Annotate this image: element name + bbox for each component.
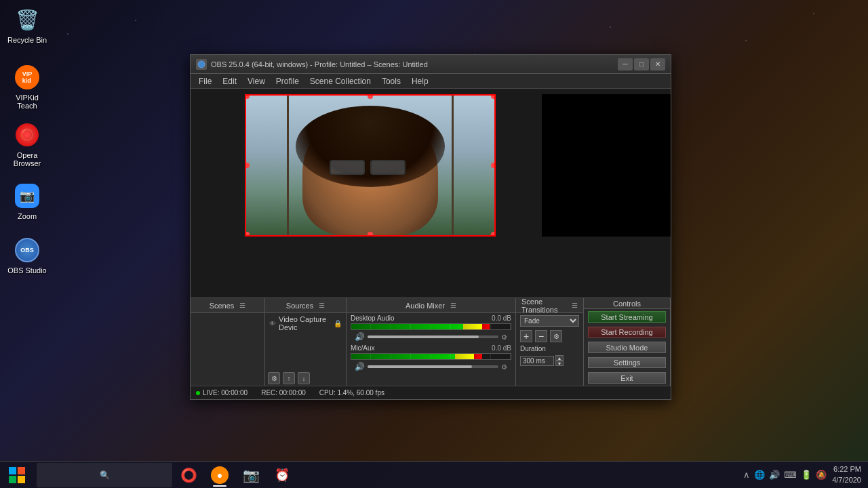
transition-add-btn[interactable]: + (520, 330, 532, 342)
desktop-icon-opera[interactable]: ⭕ Opera Browser (3, 119, 51, 170)
duration-input[interactable] (520, 356, 554, 366)
desktop-vol-fill (368, 336, 479, 338)
svg-rect-1 (9, 467, 16, 474)
taskbar-opera[interactable]: ⭕ (174, 463, 203, 487)
menu-profile[interactable]: Profile (271, 75, 304, 87)
scenes-menu-icon[interactable]: ☰ (239, 302, 245, 309)
handle-br[interactable] (491, 232, 496, 237)
live-indicator (196, 391, 200, 395)
start-streaming-button[interactable]: Start Streaming (588, 311, 666, 323)
spinner-buttons: ▲ ▼ (555, 355, 564, 366)
transitions-label: Scene Transitions (521, 298, 566, 314)
duration-down-btn[interactable]: ▼ (555, 361, 564, 366)
tray-volume[interactable]: 🔊 (769, 470, 780, 480)
duration-up-btn[interactable]: ▲ (555, 355, 564, 361)
sources-panel: Sources ☰ 👁 Video Capture Devic 🔒 ⚙ ↑ ↓ (265, 298, 347, 386)
taskbar-time[interactable]: ⏰ (267, 463, 297, 487)
tray-battery[interactable]: 🔋 (801, 470, 812, 480)
transition-remove-btn[interactable]: − (535, 330, 547, 342)
source-down-btn[interactable]: ↓ (298, 372, 310, 384)
desktop-audio-bar (351, 324, 511, 329)
desktop-vol-icon[interactable]: 🔊 (355, 332, 365, 342)
handle-mr[interactable] (491, 163, 496, 168)
source-up-btn[interactable]: ↑ (283, 372, 295, 384)
sources-menu-icon[interactable]: ☰ (319, 302, 325, 309)
desktop-icon-obs[interactable]: OBS OBS Studio (3, 234, 51, 277)
taskbar-start[interactable] (0, 462, 34, 489)
opera-label: Opera Browser (6, 151, 48, 167)
taskbar-search[interactable]: 🔍 (37, 463, 172, 487)
scene-transitions-panel: Scene Transitions ☰ Fade + − ⚙ Duration (516, 298, 584, 386)
controls-label: Controls (613, 300, 641, 308)
menu-view[interactable]: View (242, 75, 271, 87)
mic-aux-channel: Mic/Aux 0.0 dB (347, 343, 515, 373)
desktop-icon-zoom[interactable]: 📷 Zoom (3, 180, 51, 223)
status-bar: LIVE: 00:00:00 REC: 00:00:00 CPU: 1.4%, … (191, 386, 671, 399)
camera-feed[interactable] (245, 94, 496, 237)
handle-bm[interactable] (368, 232, 373, 237)
desktop-audio-channel: Desktop Audio 0.0 dB (347, 313, 515, 343)
menu-file[interactable]: File (193, 75, 217, 87)
title-bar: OBS 25.0.4 (64-bit, windows) - Profile: … (191, 55, 671, 74)
transitions-menu-icon[interactable]: ☰ (572, 302, 578, 309)
settings-button[interactable]: Settings (588, 357, 666, 369)
menu-tools[interactable]: Tools (376, 75, 406, 87)
tray-network[interactable]: 🌐 (754, 470, 765, 480)
tray-mute[interactable]: 🔕 (816, 470, 827, 480)
svg-rect-4 (18, 476, 25, 483)
desktop-meter-red (482, 324, 490, 329)
vipkid-label: VIPKid Teach (6, 94, 48, 110)
desktop-audio-name: Desktop Audio (351, 314, 395, 322)
opera-icon: ⭕ (14, 121, 41, 148)
desktop-vol-slider[interactable] (368, 336, 498, 338)
start-recording-button[interactable]: Start Recording (588, 327, 666, 338)
mic-vol-fill (368, 365, 472, 368)
source-settings-btn[interactable]: ⚙ (268, 372, 280, 384)
close-button[interactable]: ✕ (650, 58, 665, 70)
mic-vol-icon[interactable]: 🔊 (355, 362, 365, 371)
transition-settings-btn[interactable]: ⚙ (550, 330, 562, 342)
desktop: 🗑️ Recycle Bin VIPkid VIPKid Teach ⭕ Ope… (0, 0, 868, 488)
source-name: Video Capture Devic (279, 315, 331, 331)
mic-meter-green (351, 354, 455, 359)
desktop-icon-recycle-bin[interactable]: 🗑️ Recycle Bin (3, 3, 51, 47)
mic-vol-gear[interactable]: ⚙ (501, 363, 507, 371)
transition-type-select[interactable]: Fade (520, 315, 579, 327)
taskbar-right: ∧ 🌐 🔊 ⌨ 🔋 🔕 6:22 PM 4/7/2020 (736, 464, 868, 485)
obs-window: OBS 25.0.4 (64-bit, windows) - Profile: … (190, 54, 671, 400)
desktop-vol-gear[interactable]: ⚙ (501, 333, 507, 341)
desktop-icon-vipkid[interactable]: VIPkid VIPKid Teach (3, 61, 51, 113)
transition-type-row: Fade (516, 313, 583, 329)
exit-button[interactable]: Exit (588, 372, 666, 384)
audio-mixer-panel: Audio Mixer ☰ Desktop Audio 0.0 dB (347, 298, 516, 386)
system-clock[interactable]: 6:22 PM 4/7/2020 (832, 464, 861, 485)
handle-tr[interactable] (491, 94, 496, 99)
duration-value-row: ▲ ▼ (516, 354, 583, 367)
scenes-panel-header: Scenes ☰ (191, 298, 264, 313)
menu-edit[interactable]: Edit (217, 75, 242, 87)
audio-menu-icon[interactable]: ☰ (450, 302, 456, 309)
handle-bl[interactable] (245, 232, 250, 237)
sources-label: Sources (286, 302, 313, 310)
tray-expand[interactable]: ∧ (743, 470, 750, 480)
preview-area (191, 89, 671, 298)
transitions-header: Scene Transitions ☰ (516, 298, 583, 313)
menu-scene-collection[interactable]: Scene Collection (304, 75, 376, 87)
maximize-button[interactable]: □ (634, 58, 649, 70)
mic-aux-bar (351, 354, 511, 359)
menu-help[interactable]: Help (406, 75, 434, 87)
black-area (542, 94, 671, 237)
recycle-bin-icon: 🗑️ (14, 6, 41, 33)
taskbar-obs[interactable]: ● (205, 463, 235, 487)
taskbar-apps: 🔍 ⭕ ● 📷 ⏰ (34, 463, 300, 487)
window-title: OBS 25.0.4 (64-bit, windows) - Profile: … (211, 60, 618, 68)
desktop-meter-green (351, 324, 463, 329)
mic-vol-slider[interactable] (368, 365, 498, 368)
cpu-info: CPU: 1.4%, 60.00 fps (319, 389, 384, 396)
live-time: LIVE: 00:00:00 (203, 389, 248, 396)
taskbar-zoom[interactable]: 📷 (236, 463, 266, 487)
tray-input[interactable]: ⌨ (784, 470, 797, 480)
minimize-button[interactable]: ─ (618, 58, 633, 70)
studio-mode-button[interactable]: Studio Mode (588, 342, 666, 353)
source-item-video[interactable]: 👁 Video Capture Devic 🔒 (265, 313, 346, 333)
